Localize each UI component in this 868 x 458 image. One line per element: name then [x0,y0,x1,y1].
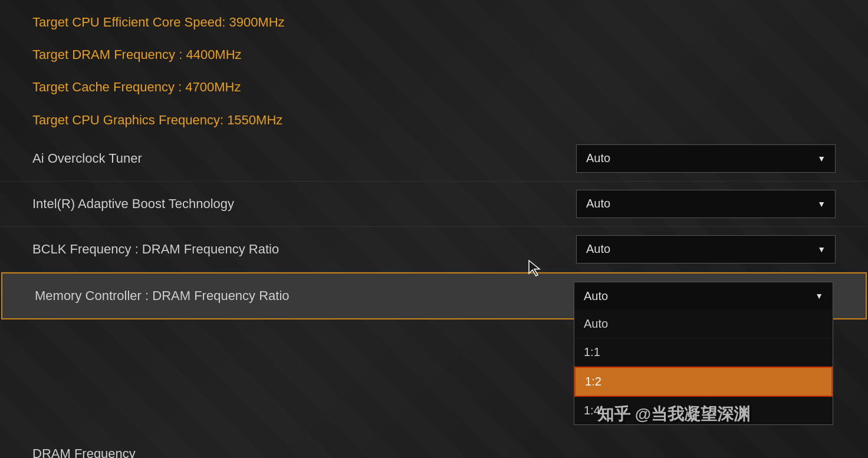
mouse-cursor-icon [528,259,542,279]
info-line-1: Target CPU Efficient Core Speed: 3900MHz [0,6,868,38]
adaptive-boost-label: Intel(R) Adaptive Boost Technology [32,196,234,212]
adaptive-boost-selected[interactable]: Auto ▼ [576,190,836,218]
dropdown-option-1-2[interactable]: 1:2 [574,367,833,397]
watermark: 知乎 @当我凝望深渊 [597,403,750,426]
dram-frequency-label: DRAM Frequency [32,446,136,458]
ai-overclock-tuner-label: Ai Overclock Tuner [32,151,142,166]
chevron-down-icon: ▼ [817,154,826,163]
dropdown-option-1-1[interactable]: 1:1 [574,338,833,367]
memory-controller-label: Memory Controller : DRAM Frequency Ratio [35,288,290,304]
chevron-down-icon: ▼ [817,245,826,254]
info-line-4: Target CPU Graphics Frequency: 1550MHz [0,104,868,136]
main-content: Target CPU Efficient Core Speed: 3900MHz… [0,0,868,458]
memory-controller-selected[interactable]: Auto ▼ [574,282,833,310]
bclk-freq-dropdown[interactable]: Auto ▼ [576,235,836,263]
setting-ai-overclock-tuner: Ai Overclock Tuner Auto ▼ [0,136,868,182]
setting-bclk-freq: BCLK Frequency : DRAM Frequency Ratio Au… [0,227,868,272]
info-line-2: Target DRAM Frequency : 4400MHz [0,38,868,71]
ai-overclock-tuner-selected[interactable]: Auto ▼ [576,144,836,173]
bclk-freq-label: BCLK Frequency : DRAM Frequency Ratio [32,242,279,257]
ai-overclock-tuner-dropdown[interactable]: Auto ▼ [576,144,836,173]
bclk-freq-selected[interactable]: Auto ▼ [576,235,836,263]
dropdown-option-auto[interactable]: Auto [574,310,833,338]
info-lines: Target CPU Efficient Core Speed: 3900MHz… [0,6,868,136]
info-line-3: Target Cache Frequency : 4700MHz [0,71,868,103]
setting-dram-frequency: DRAM Frequency [0,434,868,458]
setting-adaptive-boost: Intel(R) Adaptive Boost Technology Auto … [0,182,868,227]
setting-memory-controller: Memory Controller : DRAM Frequency Ratio… [1,272,867,319]
chevron-down-icon: ▼ [817,199,826,209]
chevron-down-icon: ▼ [815,291,823,301]
memory-controller-dropdown[interactable]: Auto ▼ Auto 1:1 1:2 1:4 [574,282,833,310]
adaptive-boost-dropdown[interactable]: Auto ▼ [576,190,836,218]
